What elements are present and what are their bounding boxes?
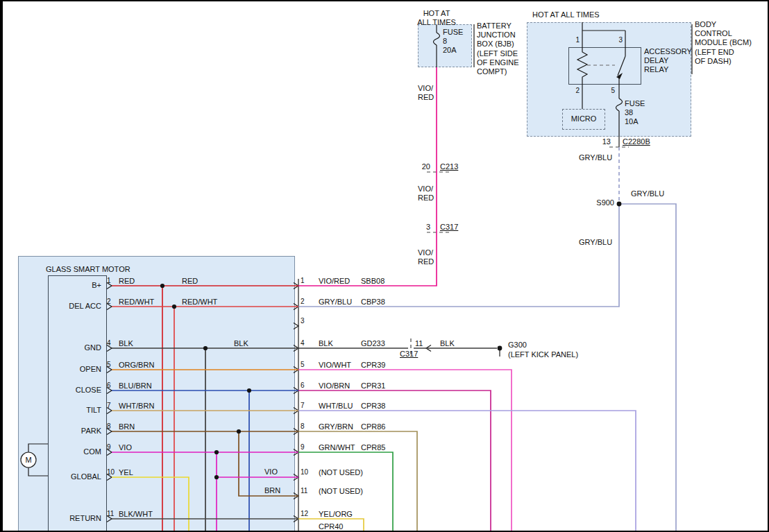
brn-pass-label: BRN	[264, 486, 280, 495]
conn-pin-num: 4	[301, 339, 305, 347]
motor-pin-wire: BLK/WHT	[119, 510, 153, 519]
c2280b-pin: 13	[597, 137, 611, 146]
blk-label-3: BLK	[440, 339, 455, 348]
red-wht-label-2: RED/WHT	[182, 298, 217, 307]
conn-pin-num: 7	[301, 402, 305, 410]
motor-pin-wire: BLK	[119, 339, 133, 348]
bjb-hot-label: HOT AT ALL TIMES	[417, 9, 456, 27]
wire-gry-brn	[298, 431, 417, 532]
motor-pin-num: 7	[107, 402, 111, 410]
wiring-diagram: HOT AT ALL TIMES FUSE 8 20A BATTERY JUNC…	[0, 0, 769, 532]
relay-switch-symbol	[618, 47, 625, 85]
motor-pin-name: B+	[42, 281, 101, 290]
motor-pin-name: GND	[42, 343, 101, 352]
conn-circuit: SBB08	[361, 277, 384, 286]
relay-switch-arrowhead	[616, 73, 623, 79]
motor-pin-num: 5	[107, 361, 111, 369]
conn-wire: (NOT USED)	[319, 487, 363, 496]
c317-mid-name: C317	[400, 350, 418, 359]
conn-pin-num: 9	[301, 443, 305, 452]
motor-pin-wire: BRN	[119, 422, 135, 431]
gry-blu-label-2: GRY/BLU	[631, 189, 664, 198]
conn-circuit: CBP38	[361, 298, 385, 307]
bcm-hot-label: HOT AT ALL TIMES	[532, 10, 600, 19]
c213-pin: 20	[415, 162, 430, 171]
motor-pin-name: DEL ACC	[42, 302, 101, 311]
c317-mid-pin: 11	[415, 339, 423, 348]
connector-arrows	[294, 283, 298, 522]
relay-pin-3: 3	[614, 36, 623, 44]
conn-pin-num: 2	[301, 298, 305, 306]
conn-circuit: CPR31	[361, 381, 385, 391]
vio-pass-label: VIO	[264, 467, 278, 477]
feed-wire-label-1: VIO/ RED	[418, 84, 434, 102]
motor-pin-name: GLOBAL	[42, 472, 101, 481]
conn-wire: BLK	[319, 339, 333, 348]
fuse8-symbol	[434, 33, 440, 45]
conn-pin-num: 10	[301, 468, 308, 477]
motor-pin-name: CLOSE	[42, 386, 101, 395]
c317-top-name: C317	[440, 223, 458, 232]
conn-circuit: CPR85	[361, 443, 385, 452]
motor-pin-name: PARK	[42, 427, 101, 436]
bjb-fuse-label: FUSE 8 20A	[443, 28, 463, 55]
conn-wire: VIO/RED	[319, 277, 350, 286]
motor-pin-wire: VIO	[119, 443, 132, 452]
g300-name: G300	[508, 341, 527, 350]
motor-pin-wire: BLU/BRN	[119, 381, 152, 391]
motor-pin-num: 2	[107, 298, 111, 306]
wire-blk-motor	[112, 348, 298, 532]
bjb-callout: BATTERY JUNCTION BOX (BJB) (LEFT SIDE OF…	[477, 22, 519, 76]
motor-pin-num: 9	[107, 443, 111, 452]
motor-pin-name: COM	[42, 447, 101, 456]
conn-pin-num: 5	[301, 361, 305, 369]
motor-pin-num: 8	[107, 422, 111, 431]
motor-pin-num: 10	[107, 468, 115, 477]
motor-pin-wire: YEL	[119, 468, 133, 477]
s900-splice-dot	[617, 202, 622, 207]
s900-label: S900	[588, 198, 614, 207]
motor-pin-wire: RED	[119, 277, 135, 286]
junction-dots	[160, 202, 622, 480]
gry-blu-label-1: GRY/BLU	[579, 153, 612, 162]
relay-pin-5: 5	[606, 87, 615, 95]
feed-wire-label-2: VIO/ RED	[418, 185, 434, 203]
motor-pin-name: RETURN	[42, 514, 101, 523]
blk-label-2: BLK	[234, 339, 248, 348]
c317-top-pin: 3	[419, 223, 430, 232]
conn-wire: VIO/WHT	[319, 361, 351, 370]
wire-yel	[112, 477, 189, 532]
c213-name: C213	[440, 162, 458, 171]
motor-pin-wire: RED/WHT	[119, 298, 154, 307]
feed-wire-label-3: VIO/ RED	[418, 248, 434, 266]
conn-circuit: CPR40	[319, 522, 343, 531]
motor-m-label: M	[24, 456, 33, 465]
conn-pin-num: 12	[301, 510, 308, 518]
conn-pin-num: 8	[301, 422, 305, 431]
g300-location: (LEFT KICK PANEL)	[508, 350, 578, 359]
motor-pin-name: TILT	[42, 406, 101, 415]
conn-wire: GRY/BLU	[319, 298, 352, 307]
conn-pin-num: 6	[301, 381, 305, 390]
conn-wire: VIO/BRN	[319, 381, 350, 391]
conn-pin-num: 11	[301, 487, 307, 495]
motor-pin-wire: ORG/BRN	[119, 361, 154, 370]
motor-pin-name: OPEN	[42, 365, 101, 374]
motor-pin-wire: WHT/BRN	[119, 402, 154, 411]
conn-circuit: CPR39	[361, 361, 385, 370]
bcm-callout: BODY CONTROL MODULE (BCM) (LEFT END OF D…	[695, 20, 752, 66]
red-label-2: RED	[182, 277, 198, 286]
relay-coil-symbol	[577, 47, 587, 85]
motor-pin-num: 11	[107, 510, 114, 518]
relay-pin-1: 1	[571, 36, 580, 44]
conn-pin-num: 3	[301, 317, 305, 325]
conn-pin-num: 1	[301, 277, 305, 285]
bcm-fuse-label: FUSE 38 10A	[625, 99, 645, 127]
conn-circuit: GD233	[361, 339, 385, 348]
motor-pin-num: 6	[107, 381, 111, 390]
conn-wire: GRN/WHT	[319, 443, 355, 452]
conn-wire: YEL/ORG	[319, 510, 353, 519]
relay-pin-2: 2	[571, 87, 580, 95]
micro-label: MICRO	[562, 114, 605, 123]
connector-ticks	[411, 147, 629, 358]
